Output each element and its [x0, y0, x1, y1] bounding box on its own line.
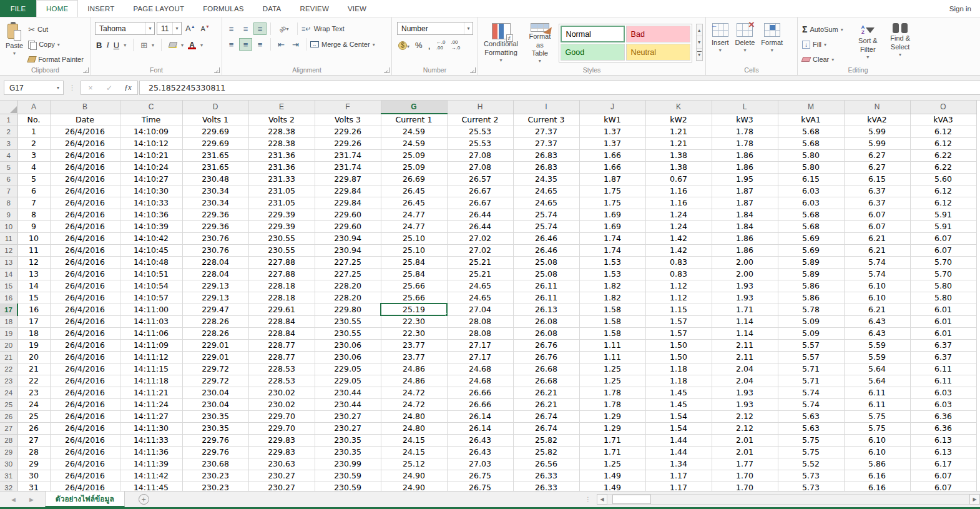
cell[interactable]: 228.20	[315, 280, 381, 292]
cell[interactable]: 14:10:36	[120, 209, 182, 220]
accounting-format-button[interactable]: $▾	[398, 41, 409, 50]
cell[interactable]: kW1	[579, 114, 645, 126]
cell[interactable]: 1.78	[712, 126, 778, 137]
cell[interactable]: 5.57	[778, 351, 844, 363]
autosum-button[interactable]: Σ AutoSum▾	[800, 22, 851, 36]
cell[interactable]: 24.80	[381, 410, 447, 422]
cell[interactable]: 14:10:24	[120, 161, 182, 173]
alignment-dialog-launcher[interactable]	[384, 67, 390, 73]
cell[interactable]: 6.07	[910, 244, 976, 256]
row-header[interactable]: 5	[0, 161, 17, 173]
cell[interactable]: 26/4/2016	[50, 256, 120, 268]
cell[interactable]: 229.72	[182, 363, 248, 375]
cell[interactable]: 228.53	[248, 375, 315, 387]
cell[interactable]: 6.15	[778, 173, 844, 185]
selected-cell[interactable]: 25.19	[381, 304, 447, 315]
fill-color-button[interactable]	[169, 42, 177, 48]
cell[interactable]: 230.06	[315, 339, 381, 351]
cell[interactable]: 5.64	[844, 375, 910, 387]
cell[interactable]: 230.99	[315, 458, 381, 470]
cell[interactable]: 14:10:33	[120, 197, 182, 209]
sheet-nav-next-icon[interactable]: ▶	[29, 497, 34, 503]
cell[interactable]: 1.12	[645, 280, 712, 292]
borders-menu-caret[interactable]: ▾	[152, 42, 154, 48]
cell[interactable]: 230.55	[315, 327, 381, 339]
cell[interactable]: 228.38	[248, 126, 315, 137]
cell[interactable]: 26.67	[447, 197, 513, 209]
cell[interactable]: 18	[17, 327, 50, 339]
sheet-tab-active[interactable]: ตัวอย่างไฟล์ข้อมูล	[45, 492, 125, 507]
cell[interactable]: 23.77	[381, 339, 447, 351]
cell[interactable]: 26.66	[447, 398, 513, 410]
cell[interactable]: 5.68	[778, 126, 844, 137]
cell[interactable]: 26.67	[447, 185, 513, 197]
cell[interactable]: 26.08	[513, 315, 579, 327]
cell[interactable]: 24.59	[381, 126, 447, 137]
cell[interactable]: 5.68	[778, 209, 844, 220]
cell[interactable]: 1.75	[579, 197, 645, 209]
cell[interactable]: 24.68	[447, 375, 513, 387]
cell[interactable]: 6.12	[910, 126, 976, 137]
cell[interactable]: 231.74	[315, 161, 381, 173]
cell[interactable]: 5.86	[778, 280, 844, 292]
cell[interactable]: 25.66	[381, 280, 447, 292]
cell[interactable]: 26.21	[513, 398, 579, 410]
cell[interactable]: 5.89	[778, 256, 844, 268]
cell[interactable]: 2.11	[712, 339, 778, 351]
cell[interactable]: 16	[17, 304, 50, 315]
cell[interactable]: 25.74	[513, 220, 579, 232]
cell[interactable]: 14:11:33	[120, 434, 182, 446]
cell[interactable]: 2.12	[712, 410, 778, 422]
copy-button[interactable]: Copy▾	[26, 37, 86, 51]
cell[interactable]: 230.04	[182, 387, 248, 398]
font-size-combo[interactable]: 11▾	[157, 22, 182, 35]
cell[interactable]: 14:11:15	[120, 363, 182, 375]
cell[interactable]: 6.37	[910, 351, 976, 363]
cell[interactable]: 229.69	[182, 126, 248, 137]
cell[interactable]: 25.08	[513, 268, 579, 280]
cell[interactable]: 1.42	[645, 244, 712, 256]
cell[interactable]: 24.90	[381, 482, 447, 491]
cell[interactable]: 229.01	[182, 339, 248, 351]
row-header[interactable]: 21	[0, 351, 17, 363]
cell[interactable]: 229.72	[182, 375, 248, 387]
cell[interactable]: 2	[17, 137, 50, 149]
cell[interactable]: 6.21	[844, 232, 910, 244]
cell[interactable]: 27.08	[447, 149, 513, 161]
underline-button[interactable]: U	[114, 41, 119, 50]
column-header-L[interactable]: L	[712, 101, 778, 114]
cell[interactable]: 26.69	[381, 173, 447, 185]
column-header-J[interactable]: J	[579, 101, 645, 114]
cell[interactable]: 26/4/2016	[50, 351, 120, 363]
cell[interactable]: 25.53	[447, 126, 513, 137]
cell[interactable]: 230.76	[182, 232, 248, 244]
cell[interactable]: 2.04	[712, 363, 778, 375]
cell[interactable]: 229.70	[248, 410, 315, 422]
cell[interactable]: 26.76	[513, 351, 579, 363]
cell[interactable]: 5.74	[844, 256, 910, 268]
cell[interactable]: 5.89	[778, 268, 844, 280]
cell[interactable]: 5.78	[778, 304, 844, 315]
cell[interactable]: 231.33	[248, 173, 315, 185]
cell[interactable]: 2.01	[712, 434, 778, 446]
cell[interactable]: 1.84	[712, 220, 778, 232]
cell[interactable]: 0.83	[645, 268, 712, 280]
cell[interactable]: 1.93	[712, 387, 778, 398]
paste-button[interactable]: Paste▾	[2, 20, 26, 65]
cell[interactable]: 26/4/2016	[50, 482, 120, 491]
cell[interactable]: 23	[17, 387, 50, 398]
cell[interactable]: kVA1	[778, 114, 844, 126]
cell[interactable]: 1.58	[579, 327, 645, 339]
cell[interactable]: 9	[17, 220, 50, 232]
increase-indent-button[interactable]: ⇥	[289, 38, 302, 51]
row-header[interactable]: 30	[0, 458, 17, 470]
tab-review[interactable]: REVIEW	[290, 0, 338, 17]
cell[interactable]: 229.80	[315, 304, 381, 315]
cell[interactable]: 26/4/2016	[50, 315, 120, 327]
cell[interactable]: 6.10	[844, 280, 910, 292]
decrease-decimal-button[interactable]: .00→.0	[451, 40, 460, 51]
cell[interactable]: 227.25	[315, 256, 381, 268]
cell[interactable]: 6.01	[910, 304, 976, 315]
cell[interactable]: 227.25	[315, 268, 381, 280]
cell[interactable]: Current 2	[447, 114, 513, 126]
